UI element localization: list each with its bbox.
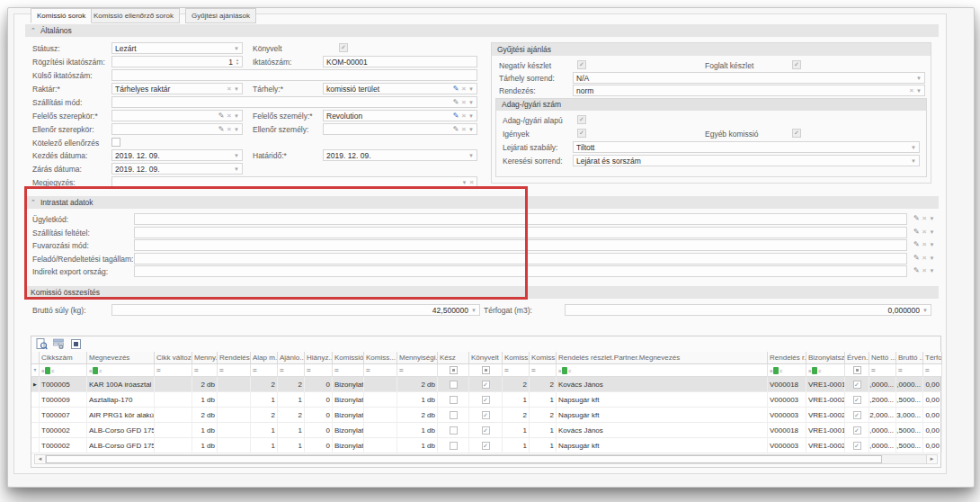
grid-cell-r4-c12[interactable] [469, 438, 503, 453]
grid-cell-r0-c4[interactable] [218, 377, 251, 392]
kotelezo-checkbox[interactable] [111, 138, 120, 147]
column-header-19[interactable]: Nettó ... [869, 352, 896, 364]
grid-cell-r0-c17[interactable]: VRE1-00019 [806, 377, 845, 392]
kezdes-datepicker[interactable]: 2019. 12. 09.▼ [111, 149, 243, 161]
edit-pencil-icon[interactable]: ✎ [453, 85, 459, 93]
grid-cell-r0-c2[interactable] [155, 377, 192, 392]
brutto-suly-field[interactable]: 42,500000▼ [111, 304, 480, 316]
collapse-icon[interactable]: ⌃ [31, 196, 36, 209]
grid-cell-r4-c6[interactable]: 1 [278, 438, 305, 453]
grid-cell-r2-c20[interactable]: 13,000... [896, 408, 923, 423]
chevron-down-icon[interactable]: ▼ [234, 86, 239, 92]
grid-cell-r0-c21[interactable]: 0,00 [923, 377, 942, 392]
grid-cell-r3-c5[interactable]: 1 [251, 423, 278, 438]
grid-cell-r4-c7[interactable]: 0 [305, 438, 333, 453]
felelos-szerepkor-select[interactable]: ✎×▼ [111, 110, 243, 121]
grid-cell-r2-c18[interactable] [845, 408, 869, 423]
column-header-16[interactable]: Rendelés r... [768, 352, 806, 364]
filter-cell-8[interactable]: = [333, 364, 364, 377]
grid-cell-r3-c2[interactable] [155, 423, 192, 438]
clear-icon[interactable]: × [469, 179, 474, 186]
szallitasi-select[interactable]: ✎×▼ [111, 96, 477, 108]
grid-data-row-0[interactable]: ▶T000005KAR 100A íróasztal2 db220Bizonyl… [31, 377, 940, 392]
filter-cell-20[interactable]: = [896, 364, 923, 377]
grid-cell-r1-c6[interactable]: 1 [278, 392, 305, 408]
clear-icon[interactable]: × [922, 267, 927, 274]
scroll-left-arrow-icon[interactable]: ◄ [35, 455, 46, 463]
grid-cell-r1-c16[interactable]: V000003 [768, 392, 806, 408]
grid-cell-r1-c7[interactable]: 0 [305, 392, 333, 408]
grid-cell-r2-c7[interactable]: 0 [305, 408, 333, 423]
grid-cell-r0-c15[interactable]: Kovács János [557, 377, 768, 392]
horizontal-scrollbar[interactable]: ◄ ► [34, 454, 938, 464]
column-header-5[interactable]: Alap m... [251, 352, 278, 364]
chevron-down-icon[interactable]: ▼ [468, 86, 474, 92]
edit-pencil-icon[interactable]: ✎ [453, 112, 459, 120]
grid-cell-r4-c4[interactable] [218, 438, 251, 453]
chevron-down-icon[interactable]: ▼ [929, 242, 934, 247]
column-header-8[interactable]: Komissiózá... [333, 352, 364, 364]
clear-icon[interactable]: × [461, 85, 466, 93]
grid-cell-r3-c15[interactable]: Kovács János [557, 423, 768, 438]
grid-cell-r0-c16[interactable]: V000018 [768, 377, 806, 392]
column-header-6[interactable]: Ajánlo... [278, 352, 305, 364]
grid-cell-r0-c18[interactable] [845, 377, 869, 392]
chevron-down-icon[interactable]: ▼ [929, 229, 934, 235]
filter-cell-2[interactable]: = [155, 364, 192, 377]
column-header-4[interactable]: Rendelés r... [218, 352, 251, 364]
lejarati-select[interactable]: Tiltott▼ [573, 141, 920, 153]
filter-cell-4[interactable]: = [218, 364, 251, 377]
tarhely-sorrend-select[interactable]: N/A▼ [573, 72, 925, 84]
grid-cell-r3-c10[interactable]: 1 db [397, 423, 438, 438]
grid-cell-r3-c21[interactable]: 0,00 [923, 423, 942, 438]
grid-cell-r2-c6[interactable]: 2 [278, 408, 305, 423]
grid-cell-r2-c4[interactable] [218, 408, 251, 423]
grid-cell-r0-c6[interactable]: 2 [278, 377, 305, 392]
clear-icon[interactable]: × [461, 112, 466, 120]
column-chooser-button[interactable] [69, 337, 83, 350]
grid-cell-r1-c1[interactable]: Asztallap-170 [87, 392, 155, 408]
rendezes-select[interactable]: norm×▼ [573, 85, 925, 96]
grid-cell-r3-c16[interactable]: V000018 [768, 423, 806, 438]
grid-cell-r4-c15[interactable]: Napsugár kft [557, 438, 768, 453]
grid-cell-r0-c8[interactable]: Bizonylati [333, 377, 364, 392]
column-header-17[interactable]: Bizonylatsz... [806, 352, 845, 364]
grid-cell-r4-c5[interactable]: 1 [251, 438, 278, 453]
column-header-2[interactable]: Cikk változat [155, 352, 192, 364]
chevron-down-icon[interactable]: ▼ [468, 153, 474, 158]
grid-data-row-2[interactable]: T000007AIR PRG1 kör alakú tá...2 db220Bi… [31, 408, 940, 423]
grid-cell-r0-c1[interactable]: KAR 100A íróasztal [87, 377, 155, 392]
zaras-datepicker[interactable]: 2019. 12. 09.▼ [111, 163, 243, 175]
tarhely-select[interactable]: komissió terület✎×▼ [323, 83, 477, 94]
section-header-altalanos[interactable]: ⌃Általános [25, 24, 939, 37]
chevron-down-icon[interactable]: ▼ [468, 127, 474, 132]
column-header-11[interactable]: Kész [438, 352, 469, 364]
clear-icon[interactable]: × [909, 87, 913, 94]
filter-cell-0[interactable]: ac [40, 364, 87, 377]
fuvarozasi-field[interactable] [134, 239, 907, 251]
filter-cell-12[interactable] [469, 364, 503, 377]
chevron-down-icon[interactable]: ▼ [916, 76, 922, 81]
clear-icon[interactable]: × [922, 255, 927, 262]
section-header-osszesites[interactable]: Komissió összesítés [25, 286, 939, 299]
filter-cell-15[interactable]: ac [557, 364, 768, 377]
chevron-down-icon[interactable]: ▼ [234, 127, 239, 132]
filter-cell-14[interactable]: = [530, 364, 557, 377]
grid-cell-r2-c11[interactable] [438, 408, 469, 423]
grid-cell-r4-c0[interactable]: T000002 [40, 438, 87, 453]
filter-cell-11[interactable] [438, 364, 469, 377]
grid-cell-r2-c13[interactable]: 2 [503, 408, 530, 423]
grid-cell-r0-c9[interactable] [364, 377, 397, 392]
grid-data-row-3[interactable]: T000002ALB-Corso GFD 175 ír...1 db110Biz… [31, 423, 940, 438]
filter-cell-21[interactable]: = [923, 364, 942, 377]
grid-cell-r0-c19[interactable]: 8,0000... [869, 377, 896, 392]
column-header-0[interactable]: Cikkszám [40, 352, 87, 364]
grid-cell-r2-c8[interactable]: Bizonylati [333, 408, 364, 423]
column-header-3[interactable]: Menny... [192, 352, 218, 364]
grid-cell-r0-c7[interactable]: 0 [305, 377, 333, 392]
filter-cell-19[interactable]: = [869, 364, 896, 377]
tab-gyujtesi-ajanlasok[interactable]: Gyűjtési ajánlások [185, 8, 256, 23]
felado-tagallam-field[interactable] [134, 253, 907, 264]
column-header-20[interactable]: Bruttó ... [896, 352, 923, 364]
grid-cell-r1-c0[interactable]: T000009 [40, 392, 87, 408]
